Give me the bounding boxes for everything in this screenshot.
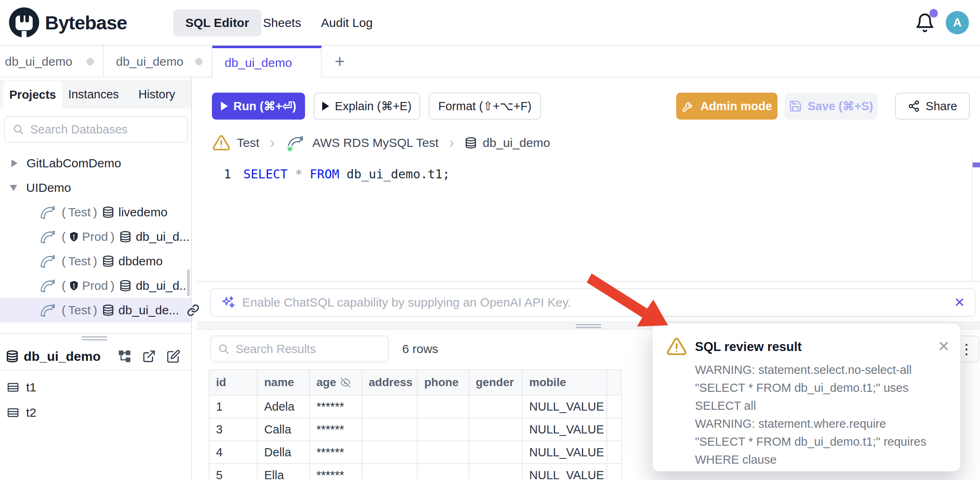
column-header-address[interactable]: address xyxy=(362,370,418,396)
column-header-gender[interactable]: gender xyxy=(469,370,523,396)
chatsql-banner[interactable]: Enable ChatSQL capability by supplying a… xyxy=(210,288,976,317)
cell-age-masked[interactable]: ****** xyxy=(310,396,362,418)
editor-scrollbar[interactable] xyxy=(972,158,980,282)
cell-age-masked[interactable]: ****** xyxy=(310,441,362,464)
cell-address[interactable] xyxy=(362,441,418,464)
popup-body: WARNING: statement.select.no-select-all … xyxy=(695,361,940,469)
nav-tab-audit-log[interactable]: Audit Log xyxy=(309,9,385,36)
external-link-icon[interactable] xyxy=(142,349,156,363)
play-icon xyxy=(322,102,329,111)
database-search-input[interactable] xyxy=(30,123,169,136)
breadcrumb-database[interactable]: db_ui_demo xyxy=(483,136,550,150)
admin-mode-label: Admin mode xyxy=(700,100,772,113)
column-header-phone[interactable]: phone xyxy=(418,370,469,396)
cell-name[interactable]: Ella xyxy=(258,464,310,480)
sidebar-tab-history[interactable]: History xyxy=(134,80,180,109)
database-icon xyxy=(119,279,131,292)
column-header-mobile[interactable]: mobile xyxy=(523,370,607,396)
cell-name[interactable]: Adela xyxy=(258,396,310,418)
cell-age-masked[interactable]: ****** xyxy=(310,464,362,480)
cell-mobile[interactable]: NULL_VALUE xyxy=(523,441,607,464)
paren: ( xyxy=(62,254,66,268)
results-search-box[interactable] xyxy=(210,336,389,362)
cell-gender[interactable] xyxy=(469,464,523,480)
sheet-tab-1[interactable]: db_ui_demo xyxy=(0,46,104,78)
results-search-input[interactable] xyxy=(236,342,358,356)
database-icon xyxy=(119,230,131,243)
cell-gender[interactable] xyxy=(469,441,523,464)
sidebar-splitter[interactable] xyxy=(0,333,191,343)
table-row[interactable]: 1 Adela ****** NULL_VALUE xyxy=(209,396,622,418)
column-header-name[interactable]: name xyxy=(258,370,310,396)
format-button[interactable]: Format (⇧+⌥+F) xyxy=(429,93,541,120)
cell-address[interactable] xyxy=(362,418,418,441)
run-button[interactable]: Run (⌘+⏎) xyxy=(212,93,305,120)
table-item-t1[interactable]: t1 xyxy=(0,375,191,400)
sql-text: db_ui_demo.t1; xyxy=(339,167,450,181)
edit-icon[interactable] xyxy=(167,349,180,363)
cell-id[interactable]: 5 xyxy=(209,464,258,480)
env-label: Prod xyxy=(82,279,108,293)
column-header-id[interactable]: id xyxy=(209,370,258,396)
explain-button[interactable]: Explain (⌘+E) xyxy=(314,93,420,120)
cell-address[interactable] xyxy=(362,396,418,418)
save-button[interactable]: Save (⌘+S) xyxy=(784,93,878,120)
cell-age-masked[interactable]: ****** xyxy=(310,418,362,441)
close-icon[interactable]: ✕ xyxy=(954,295,965,310)
tree-db-selected[interactable]: (Test) db_ui_de... xyxy=(0,298,191,322)
schema-diagram-icon[interactable] xyxy=(118,349,131,363)
sidebar-scrollbar-thumb[interactable] xyxy=(187,269,190,296)
admin-mode-button[interactable]: Admin mode xyxy=(676,93,777,120)
cell-gender[interactable] xyxy=(469,418,523,441)
cell-mobile[interactable]: NULL_VALUE xyxy=(523,464,607,480)
tree-project-uidemo[interactable]: UIDemo xyxy=(0,176,191,200)
column-header-filler xyxy=(607,370,622,396)
results-table: id name age address phone gender mobile … xyxy=(209,369,622,480)
cell-id[interactable]: 1 xyxy=(209,396,258,418)
breadcrumb-instance[interactable]: AWS RDS MySQL Test xyxy=(312,136,439,150)
column-header-age[interactable]: age xyxy=(310,370,362,396)
tree-db-livedemo[interactable]: (Test) livedemo xyxy=(0,200,191,224)
tree-db-prod-1[interactable]: (Prod) db_ui_d... xyxy=(0,224,191,249)
share-button-label: Share xyxy=(926,100,957,113)
share-button[interactable]: Share xyxy=(895,93,970,120)
nav-tab-sql-editor[interactable]: SQL Editor xyxy=(173,9,261,36)
cell-filler xyxy=(607,441,622,464)
cell-name[interactable]: Della xyxy=(258,441,310,464)
new-tab-button[interactable]: + xyxy=(327,46,353,78)
cell-gender[interactable] xyxy=(469,396,523,418)
avatar[interactable]: A xyxy=(946,11,969,34)
sheet-tab-3-active[interactable]: db_ui_demo xyxy=(212,46,322,78)
tree-project-gitlabcomdemo[interactable]: GitLabComDemo xyxy=(0,151,191,176)
cell-mobile[interactable]: NULL_VALUE xyxy=(523,396,607,418)
table-item-t2[interactable]: t2 xyxy=(0,400,191,425)
editor-bottom-divider xyxy=(197,281,980,282)
line-number: 1 xyxy=(222,167,231,181)
cell-address[interactable] xyxy=(362,464,418,480)
bytebase-logo-icon[interactable] xyxy=(9,7,39,38)
tree-db-prod-2[interactable]: (Prod) db_ui_d... xyxy=(0,273,191,298)
cell-name[interactable]: Calla xyxy=(258,418,310,441)
cell-phone[interactable] xyxy=(418,464,469,480)
cell-phone[interactable] xyxy=(418,441,469,464)
cell-id[interactable]: 3 xyxy=(209,418,258,441)
nav-tab-sheets[interactable]: Sheets xyxy=(251,9,313,36)
paren: ) xyxy=(110,230,114,244)
close-icon[interactable]: ✕ xyxy=(938,338,950,355)
tree-db-dbdemo[interactable]: (Test) dbdemo xyxy=(0,249,191,273)
sheet-tab-2[interactable]: db_ui_demo xyxy=(104,46,212,78)
table-row[interactable]: 3 Calla ****** NULL_VALUE xyxy=(209,418,622,441)
sidebar-tab-instances[interactable]: Instances xyxy=(67,80,120,109)
table-row[interactable]: 5 Ella ****** NULL_VALUE xyxy=(209,464,622,480)
cell-phone[interactable] xyxy=(418,396,469,418)
cell-mobile[interactable]: NULL_VALUE xyxy=(523,418,607,441)
wrench-icon xyxy=(682,100,695,113)
cell-id[interactable]: 4 xyxy=(209,441,258,464)
table-row[interactable]: 4 Della ****** NULL_VALUE xyxy=(209,441,622,464)
sql-editor-line[interactable]: 1SELECT * FROM db_ui_demo.t1; xyxy=(222,165,450,183)
cell-phone[interactable] xyxy=(418,418,469,441)
breadcrumb-environment[interactable]: Test xyxy=(237,136,259,150)
database-search-box[interactable] xyxy=(4,116,188,143)
sidebar-tab-projects[interactable]: Projects xyxy=(3,81,62,109)
database-name: db_ui_d... xyxy=(136,279,189,293)
